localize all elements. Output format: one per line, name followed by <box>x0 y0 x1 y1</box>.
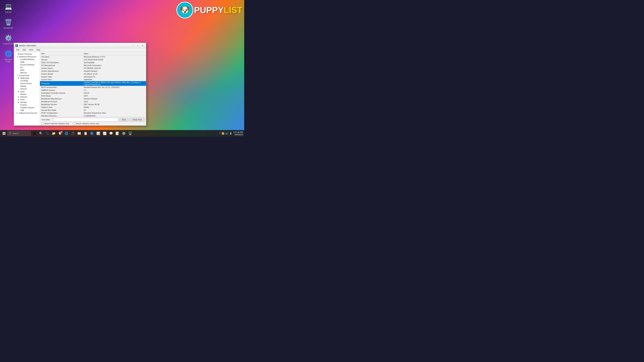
taskbar-app-app13[interactable]: ⚙️ <box>121 130 127 136</box>
tree-item-irqs[interactable]: IRQs <box>14 69 40 71</box>
table-row[interactable]: BaseBoard Product2216 <box>40 100 146 103</box>
taskbar-app-search[interactable]: 🔍 <box>38 130 44 136</box>
tray-expand-icon[interactable]: ^ <box>219 132 220 135</box>
tree-item-cd-rom[interactable]: CD-ROM <box>14 79 40 82</box>
search-selected-checkbox-label[interactable]: Search selected category only <box>42 122 69 124</box>
table-row[interactable]: OS NameMicrosoft Windows 11 Pro <box>40 55 146 58</box>
table-row[interactable]: System ModelHP ZBook 14 G2 <box>40 72 146 75</box>
minimize-button[interactable]: ─ <box>131 44 135 47</box>
cell-item-3: OS Manufacturer <box>40 64 82 67</box>
titlebar-left: ℹ System Information <box>15 44 36 47</box>
cell-item-16: BaseBoard Version <box>40 103 82 106</box>
taskbar-app-app8[interactable]: 🔵 <box>89 130 95 136</box>
taskbar-app-app6[interactable]: 📰 <box>76 130 82 136</box>
table-row[interactable]: Embedded Controller Version150.91 <box>40 92 146 94</box>
tree-label-input: Input <box>20 90 24 92</box>
tree-item-io[interactable]: I/O <box>14 66 40 69</box>
tree-item-forced-hardware[interactable]: Forced Hardware <box>14 63 40 66</box>
table-row[interactable]: System Typex64-based PC <box>40 75 146 78</box>
taskbar-app-app11[interactable]: 💬 <box>108 130 114 136</box>
taskbar-app-app14[interactable]: 🖥️ <box>127 130 133 136</box>
close-button[interactable]: ✕ <box>140 44 145 47</box>
find-button[interactable]: Find <box>119 118 128 121</box>
menu-edit[interactable]: Edit <box>22 49 27 51</box>
table-row[interactable]: Version10.0.26100 Build 26100 <box>40 58 146 61</box>
tree-label-problem-devices: Problem Devices <box>20 107 34 109</box>
cell-item-4: System Name <box>40 67 82 70</box>
taskbar-app-app12[interactable]: 📝 <box>114 130 120 136</box>
tree-item-dma[interactable]: DMA <box>14 61 40 63</box>
search-selected-checkbox[interactable] <box>42 122 44 124</box>
table-row[interactable]: PCR7 ConfigurationElevation Required to … <box>40 112 146 114</box>
taskbar-clock[interactable]: 4:27:42 PM 5/29/2024 <box>234 131 243 136</box>
close-find-button[interactable]: Close Find <box>130 118 144 121</box>
cell-value-16: KBC Version 96.5B <box>82 103 146 106</box>
taskbar-app-explorer[interactable]: 📁 <box>51 130 57 136</box>
search-category-checkbox-label[interactable]: Search category names only <box>73 122 99 124</box>
tree-item-input[interactable]: ▶Input <box>14 90 40 93</box>
tree-item-hardware-resources[interactable]: ▼Hardware Resources <box>14 55 40 58</box>
desktop-icon-control-panel[interactable]: ⚙️ Control Panel <box>2 33 15 45</box>
taskbar-apps: ⊞🔍🐾📁🛡️1🌐🎵📰📋🔵📊📈💬📝⚙️🖥️ <box>32 130 133 136</box>
tree-item-usb[interactable]: USB <box>14 109 40 112</box>
menu-help[interactable]: Help <box>36 49 41 51</box>
sq3 <box>3 134 4 135</box>
tree-item-printing[interactable]: Printing <box>14 104 40 106</box>
table-row[interactable]: BIOS ModeUEFI <box>40 94 146 97</box>
tree-item-components[interactable]: ▼Components <box>14 74 40 77</box>
table-row[interactable]: Secure Boot StateOn <box>40 109 146 112</box>
cell-item-8: System SKU <box>40 78 82 81</box>
tree-item-memory[interactable]: Memory <box>14 71 40 74</box>
battery-icon[interactable]: 🔋 <box>229 132 232 135</box>
table-row[interactable]: BIOS Version/DateHewlett-Packard M71 Ver… <box>40 86 146 89</box>
tree-item-modem[interactable]: Modem <box>14 93 40 95</box>
taskbar-app-app5[interactable]: 🎵 <box>70 130 76 136</box>
cell-value-2: Not Available <box>82 61 146 64</box>
desktop-icon-recycle-bin[interactable]: 🗑️ Recycle Bin <box>2 17 15 30</box>
tree-item-ports[interactable]: ▶Ports <box>14 98 40 101</box>
table-row[interactable]: BaseBoard VersionKBC Version 96.5B <box>40 103 146 106</box>
maximize-button[interactable]: □ <box>136 44 140 47</box>
table-row[interactable]: Other OS DescriptionNot Available <box>40 61 146 64</box>
tree-item-multimedia[interactable]: ▶Multimedia <box>14 77 40 79</box>
taskbar-app-edge[interactable]: 🌐 <box>64 130 70 136</box>
table-row[interactable]: BaseBoard ManufacturerHewlett-Packard <box>40 97 146 100</box>
tree-item-storage[interactable]: ▶Storage <box>14 101 40 104</box>
this-pc-icon: 💻 <box>4 2 12 10</box>
menu-file[interactable]: File <box>15 49 20 51</box>
tree-item-infrared[interactable]: Infrared <box>14 87 40 90</box>
tree-item-software-environment[interactable]: ▶Software Environment <box>14 112 40 114</box>
taskbar-app-app1[interactable]: 🐾 <box>44 130 50 136</box>
table-row[interactable]: SMBIOS Version2.7 <box>40 89 146 92</box>
tree-item-network[interactable]: ▶Network <box>14 95 40 98</box>
tree-item-system-summary[interactable]: System Summary <box>14 53 40 55</box>
search-category-checkbox[interactable] <box>73 122 75 124</box>
desktop-icon-edge[interactable]: 🌐 Microsoft Edge <box>2 49 15 63</box>
desktop-icon-this-pc[interactable]: 💻 This PC <box>2 2 15 14</box>
wifi-icon[interactable]: 📶 <box>222 132 224 135</box>
tree-item-sound-device[interactable]: Sound Device <box>14 82 40 85</box>
volume-icon[interactable]: 🔊 <box>226 132 228 135</box>
table-row[interactable]: System NameHP-ZBOOK-14G2-M <box>40 67 146 70</box>
table-row[interactable]: System ManufacturerHewlett-Packard <box>40 70 146 72</box>
taskbar-app-app10[interactable]: 📈 <box>102 130 108 136</box>
taskbar-app-app9[interactable]: 📊 <box>95 130 101 136</box>
menu-view[interactable]: View <box>28 49 34 51</box>
taskbar-app-app7[interactable]: 📋 <box>82 130 88 136</box>
start-button[interactable] <box>1 131 7 136</box>
tree-item-display[interactable]: Display <box>14 85 40 87</box>
tree-item-problem-devices[interactable]: Problem Devices <box>14 106 40 109</box>
find-input[interactable] <box>53 118 118 121</box>
tree-label-infrared: Infrared <box>20 88 27 90</box>
tree-item-conflicts-sharing[interactable]: Conflicts/Sharing <box>14 58 40 61</box>
tree-label-conflicts-sharing: Conflicts/Sharing <box>20 58 34 60</box>
taskbar-search-bar[interactable]: 🔍 Search <box>8 131 31 136</box>
taskbar-app-app3[interactable]: 🛡️1 <box>57 130 63 136</box>
table-row[interactable]: OS ManufacturerMicrosoft Corporation <box>40 64 146 67</box>
table-row[interactable]: Windows DirectoryC:\WINDOWS <box>40 114 146 117</box>
table-row[interactable]: Platform RoleMobile <box>40 106 146 109</box>
taskbar-app-start[interactable]: ⊞ <box>32 130 38 136</box>
table-row[interactable]: ProcessorIntel(R) Core(TM) i7-5500U CPU … <box>40 81 146 86</box>
tree-toggle-software-environment: ▶ <box>16 112 18 114</box>
table-row[interactable]: System SKUG8W45AV <box>40 78 146 81</box>
